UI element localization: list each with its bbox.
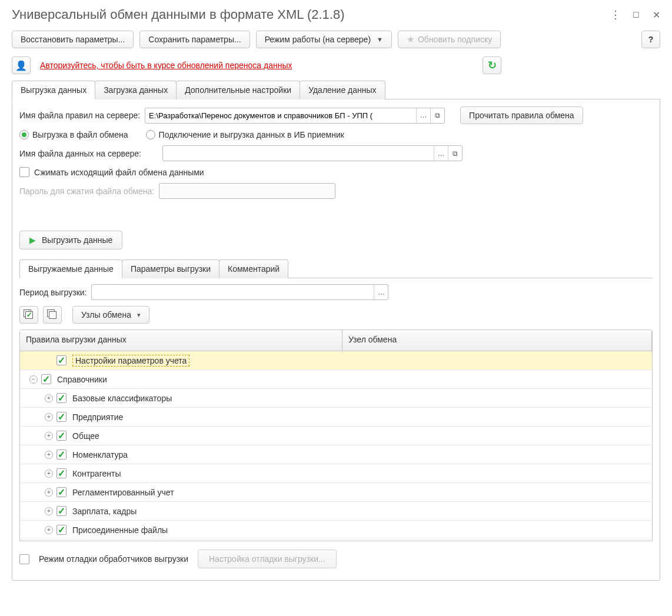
table-row[interactable]: ✓Настройки параметров учета <box>20 351 652 370</box>
row-label: Регламентированный учет <box>72 488 174 497</box>
ellipsis-icon[interactable]: … <box>416 108 430 123</box>
row-checkbox[interactable]: ✓ <box>56 412 66 422</box>
restore-params-button[interactable]: Восстановить параметры... <box>12 31 134 48</box>
table-row[interactable]: +✓Предприятие <box>20 408 652 427</box>
exchange-nodes-button[interactable]: Узлы обмена ▾ <box>72 306 149 324</box>
read-rules-button[interactable]: Прочитать правила обмена <box>460 106 583 124</box>
compress-pwd-label: Пароль для сжатия файла обмена: <box>19 187 154 196</box>
mode-label: Режим работы (на сервере) <box>265 35 371 44</box>
row-checkbox[interactable]: ✓ <box>56 506 66 516</box>
table-row[interactable]: +✓Общее <box>20 427 652 445</box>
star-icon: ★ <box>407 34 414 45</box>
user-icon: 👤 <box>15 60 27 71</box>
row-label: Базовые классификаторы <box>72 394 172 403</box>
exchange-nodes-label: Узлы обмена <box>81 310 131 319</box>
row-label: Контрагенты <box>72 469 121 478</box>
radio-export-file[interactable]: Выгрузка в файл обмена <box>19 130 128 139</box>
row-label: Справочники <box>57 375 107 384</box>
tab-import[interactable]: Загрузка данных <box>95 81 177 99</box>
main-tabs: Выгрузка данныхЗагрузка данныхДополнител… <box>12 80 660 99</box>
refresh-icon: ↻ <box>488 59 497 72</box>
subtab-comment[interactable]: Комментарий <box>219 259 288 278</box>
compress-label: Сжимать исходящий файл обмена данными <box>34 168 204 177</box>
user-button[interactable]: 👤 <box>12 56 31 74</box>
expand-icon[interactable]: + <box>45 488 53 497</box>
sub-tabs: Выгружаемые данныеПараметры выгрузкиКомм… <box>19 259 653 278</box>
deselect-all-icon <box>47 309 58 320</box>
row-checkbox[interactable]: ✓ <box>56 468 66 478</box>
radio-export-ib[interactable]: Подключение и выгрузка данных в ИБ прием… <box>146 130 344 139</box>
table-row[interactable]: +✓Базовые классификаторы <box>20 389 652 408</box>
row-checkbox[interactable]: ✓ <box>56 449 66 459</box>
window-title: Универсальный обмен данными в формате XM… <box>12 7 344 22</box>
tab-export[interactable]: Выгрузка данных <box>12 81 95 99</box>
row-checkbox[interactable]: ✓ <box>56 393 66 403</box>
expand-icon[interactable]: + <box>45 507 53 515</box>
refresh-button[interactable]: ↻ <box>483 56 501 74</box>
deselect-all-button[interactable] <box>43 306 62 324</box>
rules-file-input[interactable] <box>145 108 416 123</box>
table-row[interactable]: +✓Регламентированный учет <box>20 483 652 502</box>
table-row[interactable]: +✓Зарплата, кадры <box>20 502 652 521</box>
row-checkbox[interactable]: ✓ <box>56 355 66 365</box>
select-all-button[interactable]: ✓ ✓ <box>19 306 38 324</box>
expand-icon[interactable]: + <box>45 413 53 421</box>
expand-icon[interactable]: + <box>45 432 53 440</box>
row-checkbox[interactable]: ✓ <box>41 374 51 384</box>
compress-checkbox[interactable] <box>19 167 29 177</box>
expand-icon[interactable]: + <box>45 394 53 402</box>
maximize-icon[interactable]: ☐ <box>633 11 640 19</box>
row-label: Присоединенные файлы <box>72 525 168 535</box>
col-node[interactable]: Узел обмена <box>342 330 652 351</box>
compress-pwd-input <box>159 184 335 198</box>
ellipsis-icon[interactable]: … <box>374 285 388 299</box>
collapse-icon[interactable]: − <box>29 375 38 384</box>
debug-label: Режим отладки обработчиков выгрузки <box>39 554 188 564</box>
radio-dot-icon <box>146 130 155 139</box>
row-label: Номенклатура <box>72 450 128 459</box>
chevron-down-icon: ▼ <box>377 36 383 43</box>
select-all-icon: ✓ ✓ <box>24 309 34 320</box>
table-row[interactable]: +✓Контрагенты <box>20 464 652 483</box>
open-external-icon[interactable]: ⧉ <box>430 108 444 123</box>
debug-settings-button: Настройка отладки выгрузки... <box>198 550 337 568</box>
expand-icon[interactable]: + <box>45 470 53 478</box>
radio-export-ib-label: Подключение и выгрузка данных в ИБ прием… <box>159 130 344 139</box>
row-label: Предприятие <box>72 412 123 422</box>
auth-link[interactable]: Авторизуйтесь, чтобы быть в курсе обновл… <box>40 61 292 70</box>
data-file-label: Имя файла данных на сервере: <box>19 149 141 158</box>
help-button[interactable]: ? <box>641 31 660 48</box>
subtab-data[interactable]: Выгружаемые данные <box>19 259 122 278</box>
mode-button[interactable]: Режим работы (на сервере) ▼ <box>256 31 392 48</box>
radio-export-file-label: Выгрузка в файл обмена <box>32 130 128 139</box>
kebab-icon[interactable]: ⋮ <box>610 8 620 21</box>
data-file-input[interactable] <box>163 146 434 161</box>
row-checkbox[interactable]: ✓ <box>56 487 66 497</box>
ellipsis-icon[interactable]: … <box>434 146 448 161</box>
open-external-icon[interactable]: ⧉ <box>448 146 462 161</box>
row-checkbox[interactable]: ✓ <box>56 431 66 441</box>
export-data-label: Выгрузить данные <box>42 235 112 245</box>
table-row[interactable]: +✓Номенклатура <box>20 445 652 464</box>
export-data-button[interactable]: ▶ Выгрузить данные <box>19 231 122 249</box>
export-rules-grid: Правила выгрузки данных Узел обмена ✓Нас… <box>19 329 653 541</box>
close-icon[interactable]: ✕ <box>653 9 660 21</box>
col-rules[interactable]: Правила выгрузки данных <box>20 330 342 351</box>
radio-dot-icon <box>19 130 29 139</box>
expand-icon[interactable]: + <box>45 526 53 534</box>
row-checkbox[interactable]: ✓ <box>56 525 66 535</box>
row-label: Зарплата, кадры <box>72 507 137 516</box>
debug-checkbox[interactable] <box>19 554 29 564</box>
tab-delete[interactable]: Удаление данных <box>300 81 385 99</box>
period-input[interactable] <box>92 285 374 299</box>
expand-icon[interactable]: + <box>45 451 53 459</box>
subtab-params[interactable]: Параметры выгрузки <box>122 259 219 278</box>
table-row[interactable]: +✓Присоединенные файлы <box>20 521 652 540</box>
subscribe-button[interactable]: ★ Обновить подписку <box>398 31 501 48</box>
tab-settings[interactable]: Дополнительные настройки <box>176 81 300 99</box>
row-label: Настройки параметров учета <box>72 355 189 367</box>
rules-file-label: Имя файла правил на сервере: <box>19 111 140 120</box>
save-params-button[interactable]: Сохранить параметры... <box>139 31 249 48</box>
table-row[interactable]: −✓Справочники <box>20 370 652 389</box>
subscribe-label: Обновить подписку <box>418 35 492 44</box>
